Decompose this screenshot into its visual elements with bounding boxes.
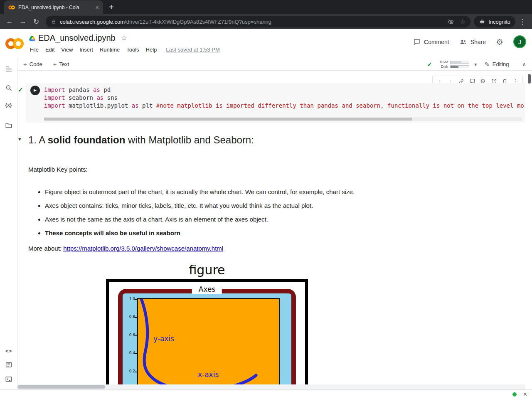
browser-menu-icon[interactable]: ⋮ [516,15,529,28]
tab-strip: EDA_unsolved.ipynb - Cola × + [0,0,532,14]
exec-success-icon: ✓ [18,86,23,94]
editing-label: Editing [493,61,509,67]
colab-header: EDA_unsolved.ipynb ☆ File Edit View Inse… [0,29,532,58]
add-text-button[interactable]: + Text [53,61,69,68]
run-button[interactable]: ▶ [30,86,40,95]
files-icon[interactable] [5,121,12,129]
menu-file[interactable]: File [27,46,42,54]
bullet-item: Figure object is outermost part of the c… [45,188,427,196]
footer-close-icon[interactable]: × [523,391,527,398]
refresh-icon[interactable]: ↻ [30,15,42,28]
command-palette-icon[interactable] [5,361,12,369]
y-tick-label: 0.2 [123,369,135,373]
colab-favicon-icon [8,5,15,10]
code-snippets-icon[interactable]: <> [5,348,12,354]
share-label: Share [470,39,486,45]
title-row: EDA_unsolved.ipynb ☆ [29,33,127,43]
incognito-badge: Incognito [474,16,515,27]
tab-close-icon[interactable]: × [95,4,99,10]
incognito-label: Incognito [488,19,510,25]
collapse-header-icon[interactable]: ∧ [522,61,526,67]
editing-button[interactable]: ✎ Editing [484,61,509,68]
back-icon[interactable]: ← [3,15,16,28]
anatomy-figure: figure Axes 1.0 0.8 0.6 0.4 0.2 [106,263,308,384]
tab-title: EDA_unsolved.ipynb - Cola [18,5,92,10]
lock-icon [51,19,57,25]
bullet-item: These concepts will also be useful in se… [45,229,427,237]
bullet-item: Axes object contains: ticks, minor ticks… [45,202,427,209]
address-bar: ← → ↻ colab.research.google.com/drive/12… [0,14,532,29]
plot-canvas: 1.0 0.8 0.6 0.4 0.2 y-axis x-axis [123,293,291,384]
section-collapse-icon[interactable]: ▾ [18,136,21,142]
bookmark-star-icon[interactable]: ☆ [460,18,466,25]
url-bar[interactable]: colab.research.google.com/drive/12uT-4kk… [46,16,470,27]
y-tick-label: 0.8 [123,315,135,319]
figure-frame: Axes 1.0 0.8 0.6 0.4 0.2 y- [106,279,308,384]
heading-text: with Matplotlib and Seaborn: [125,134,254,145]
menu-tools[interactable]: Tools [123,46,142,54]
anatomy-link[interactable]: https://matplotlib.org/3.5.0/gallery/sho… [63,245,223,252]
comment-button[interactable]: Comment [413,38,449,46]
horizontal-scrollbar[interactable] [17,384,525,389]
search-icon[interactable] [5,84,12,92]
y-tick-label: 0.6 [123,333,135,337]
menu-view[interactable]: View [58,46,76,54]
vertical-scrollbar-thumb[interactable] [528,74,531,84]
curve-line [138,299,281,384]
more-about-prefix: More about: [28,245,63,252]
plot-area: y-axis x-axis [137,298,280,384]
code-editor[interactable]: import pandas as pd import seaborn as sn… [44,83,525,123]
section-heading: 1. A solid foundation with Matplotlib an… [28,133,254,147]
eye-off-icon[interactable] [447,18,454,25]
add-code-button[interactable]: + Code [23,61,42,68]
axes-label: Axes [192,285,222,294]
notebook-title[interactable]: EDA_unsolved.ipynb [38,33,116,43]
browser-window: EDA_unsolved.ipynb - Cola × + ← → ↻ cola… [0,0,532,399]
connected-dot-icon [512,392,517,397]
bullet-list: Figure object is outermost part of the c… [28,188,427,243]
comment-icon [413,38,421,46]
tick-mark [135,353,138,354]
menu-runtime[interactable]: Runtime [96,46,123,54]
code-line: import pandas as pd [44,86,525,94]
share-button[interactable]: Share [459,38,486,46]
drive-icon [29,36,35,41]
ram-label: RAM [437,60,448,64]
colab-logo[interactable] [5,37,24,50]
disk-label: Disk [437,65,448,69]
ram-bar [450,61,469,64]
code-scrollbar[interactable] [44,117,522,121]
last-saved-link[interactable]: Last saved at 1:53 PM [166,47,219,53]
code-scrollbar-thumb[interactable] [44,118,412,121]
status-bar: × [0,389,532,399]
resources-indicator[interactable]: RAM Disk [437,60,469,69]
tick-mark [135,317,138,318]
avatar[interactable]: J [513,35,526,48]
plus-icon: + [53,61,57,68]
menu-help[interactable]: Help [143,46,160,54]
incognito-icon [479,18,485,25]
settings-gear-icon[interactable]: ⚙ [496,37,503,47]
variables-icon[interactable]: {x} [5,102,12,108]
star-outline-icon[interactable]: ☆ [121,34,127,42]
code-line: import seaborn as sns [44,94,525,102]
table-of-contents-icon[interactable] [5,65,13,73]
terminal-icon[interactable] [5,375,12,383]
browser-tab[interactable]: EDA_unsolved.ipynb - Cola × [4,0,103,14]
resources-caret-icon[interactable]: ▾ [474,62,477,67]
new-tab-button[interactable]: + [109,3,114,11]
code-cell[interactable]: ▶ import pandas as pd import seaborn as … [26,83,525,123]
figure-title: figure [106,263,308,278]
disk-bar [450,65,469,68]
comment-label: Comment [424,39,449,45]
y-tick-label: 0.4 [123,351,135,355]
notebook-toolbar: + Code + Text ✓ RAM Disk ▾ ✎ Editin [0,58,532,71]
forward-icon[interactable]: → [17,15,29,28]
pencil-icon: ✎ [484,61,490,68]
tick-mark [135,335,138,336]
menu-insert[interactable]: Insert [76,46,96,54]
horizontal-scrollbar-thumb[interactable] [17,385,105,389]
menu-edit[interactable]: Edit [42,46,58,54]
bullet-item: Axes is not the same as the axis of a ch… [45,215,427,223]
url-text[interactable]: colab.research.google.com/drive/12uT-4kk… [60,19,441,25]
